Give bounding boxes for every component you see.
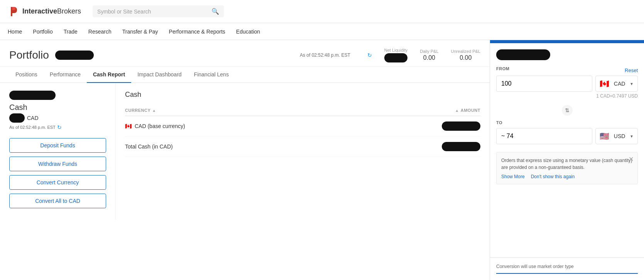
convert-all-to-cad-button[interactable]: Convert All to CAD [9,194,106,208]
dont-show-link[interactable]: Don't show this again [531,174,575,179]
cad-flag: 🇨🇦 [125,123,132,129]
nav-education[interactable]: Education [236,23,260,40]
to-label: TO [496,120,638,125]
currency-row: CAD [9,113,106,123]
nav-home[interactable]: Home [8,23,22,40]
net-liquidity-redacted [384,53,407,62]
cash-table-title: Cash [125,91,480,99]
search-icon: 🔍 [211,8,219,15]
info-box-close-icon[interactable]: ✕ [629,155,634,163]
portfolio-timestamp: As of 02:52:48 p.m. EST [300,52,350,58]
page-title: Portfolio [9,49,49,61]
info-box-text: Orders that express size using a monetar… [501,157,633,171]
unrealized-pl-label: Unrealized P&L [451,49,480,54]
cash-timestamp: As of 02:52:48 p.m. EST ↻ [9,124,106,130]
nav-portfolio[interactable]: Portfolio [33,23,52,40]
info-box-links: Show More Don't show this again [501,174,633,179]
tab-positions[interactable]: Positions [9,67,44,83]
net-liquidity-stat: Net Liquidity [384,48,408,62]
swap-icon[interactable]: ⇅ [562,105,573,116]
daily-pl-stat: Daily P&L 0.00 [420,49,438,61]
account-bar-redacted [9,91,106,100]
nav-research[interactable]: Research [88,23,112,40]
from-label: FROM [496,66,509,71]
footer-divider [496,273,638,274]
left-panel: Cash CAD As of 02:52:48 p.m. EST ↻ Depos… [0,83,116,220]
top-bar: InteractiveBrokers 🔍 [0,0,644,23]
tab-financial-lens[interactable]: Financial Lens [188,67,235,83]
from-row: FROM Reset [496,66,638,74]
currency-sort-icon[interactable]: ▲ [152,108,156,113]
total-label: Total Cash (in CAD) [125,143,173,150]
footer-text: Conversion will use market order type [496,264,574,269]
exchange-rate: 1 CAD=0.7497 USD [496,93,638,99]
unrealized-pl-stat: Unrealized P&L 0.00 [451,49,480,61]
to-flag: 🇺🇸 [600,132,609,141]
daily-pl-value: 0.00 [420,54,438,61]
converter-account-redacted [496,49,550,60]
from-input-row: 🇨🇦 CAD ▼ [496,76,638,92]
convert-currency-button[interactable]: Convert Currency [9,175,106,190]
withdraw-funds-button[interactable]: Withdraw Funds [9,157,106,171]
logo-text: InteractiveBrokers [22,7,81,15]
tabs-bar: Positions Performance Cash Report Impact… [0,67,490,83]
info-box: ✕ Orders that express size using a monet… [496,152,638,184]
main-content: Portfolio As of 02:52:48 p.m. EST ↻ Net … [0,40,490,280]
swap-row: ⇅ [496,105,638,116]
amount-column-header: ▲ AMOUNT [403,108,480,113]
table-row: Total Cash (in CAD) [125,137,480,157]
tab-impact-dashboard[interactable]: Impact Dashboard [131,67,188,83]
refresh-icon[interactable]: ↻ [367,52,372,58]
to-chevron-icon: ▼ [630,134,634,138]
tab-performance[interactable]: Performance [44,67,87,83]
reset-link[interactable]: Reset [625,67,638,73]
unrealized-pl-value: 0.00 [451,54,480,61]
content-area: Cash CAD As of 02:52:48 p.m. EST ↻ Depos… [0,83,490,220]
main-nav: Home Portfolio Trade Research Transfer &… [0,23,644,40]
nav-transfer[interactable]: Transfer & Pay [122,23,158,40]
amount-sort-icon[interactable]: ▲ [455,108,459,113]
converter-top-bar [490,40,644,43]
cad-amount-redacted [442,121,480,131]
deposit-funds-button[interactable]: Deposit Funds [9,138,106,153]
currency-cell-cad: 🇨🇦 CAD (base currency) [125,123,403,129]
cash-section-title: Cash [9,103,106,112]
currency-column-header: CURRENCY ▲ [125,108,403,113]
net-liquidity-label: Net Liquidity [384,48,408,52]
portfolio-title-area: Portfolio [9,49,300,61]
net-liquidity-value [384,53,408,62]
nav-trade[interactable]: Trade [64,23,78,40]
balance-redacted [9,113,25,123]
portfolio-header: Portfolio As of 02:52:48 p.m. EST ↻ Net … [0,40,490,67]
from-amount-input[interactable] [496,76,592,92]
cad-label: CAD (base currency) [135,123,185,129]
page-layout: Portfolio As of 02:52:48 p.m. EST ↻ Net … [0,40,644,280]
amount-cell-cad [403,121,480,131]
daily-pl-label: Daily P&L [420,49,438,54]
from-chevron-icon: ▼ [630,82,634,86]
total-amount-redacted [442,142,480,151]
logo-area: InteractiveBrokers [8,5,81,18]
to-amount-input[interactable] [496,128,592,144]
to-currency-code: USD [614,133,625,139]
search-bar[interactable]: 🔍 [93,5,224,17]
right-panel: Cash CURRENCY ▲ ▲ AMOUNT 🇨🇦 CAD (b [116,83,490,220]
amount-cell-total [403,142,480,151]
show-more-link[interactable]: Show More [501,174,525,179]
to-currency-select[interactable]: 🇺🇸 USD ▼ [595,128,638,144]
account-redacted [55,51,94,60]
currency-cell-total: Total Cash (in CAD) [125,143,403,150]
tab-cash-report[interactable]: Cash Report [87,67,131,83]
nav-performance[interactable]: Performance & Reports [169,23,225,40]
table-row: 🇨🇦 CAD (base currency) [125,116,480,137]
converter-footer: Conversion will use market order type [490,257,644,280]
table-header: CURRENCY ▲ ▲ AMOUNT [125,105,480,116]
search-input[interactable] [97,8,211,15]
converter-sidebar: FROM Reset 🇨🇦 CAD ▼ 1 CAD=0.7497 USD ⇅ T… [490,40,644,280]
from-currency-code: CAD [614,81,625,87]
from-currency-select[interactable]: 🇨🇦 CAD ▼ [595,76,638,92]
logo-icon [8,5,20,18]
from-flag: 🇨🇦 [600,79,609,88]
to-input-row: 🇺🇸 USD ▼ [496,128,638,144]
cash-refresh-icon[interactable]: ↻ [57,124,62,130]
